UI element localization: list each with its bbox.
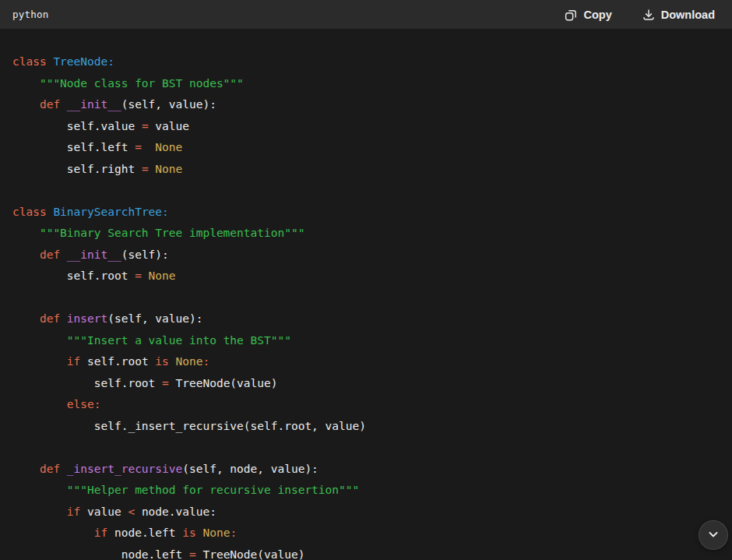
code-line: self.left = None <box>12 137 720 159</box>
code-line: """Binary Search Tree implementation""" <box>12 223 720 245</box>
code-line <box>12 180 720 202</box>
copy-icon <box>564 8 578 22</box>
code-content: class TreeNode: """Node class for BST no… <box>12 51 720 560</box>
code-line: self.value = value <box>12 116 720 138</box>
code-line: node.left = TreeNode(value) <box>12 544 720 560</box>
code-line: """Helper method for recursive insertion… <box>12 480 720 502</box>
code-line: class TreeNode: <box>12 51 720 73</box>
copy-button[interactable]: Copy <box>562 5 613 25</box>
language-label: python <box>12 9 48 20</box>
code-block: python Copy D <box>0 0 732 560</box>
code-line: if node.left is None: <box>12 523 720 544</box>
code-line: else: <box>12 394 720 416</box>
code-line: if self.root is None: <box>12 351 720 373</box>
download-icon <box>642 8 656 22</box>
code-line: if value < node.value: <box>12 502 720 523</box>
code-header: python Copy D <box>0 0 732 29</box>
code-line: def insert(self, value): <box>12 308 720 330</box>
header-actions: Copy Download <box>562 5 716 25</box>
code-line: self.root = TreeNode(value) <box>12 373 720 395</box>
code-line: def __init__(self, value): <box>12 94 720 116</box>
code-line <box>12 437 720 459</box>
code-line: def _insert_recursive(self, node, value)… <box>12 459 720 481</box>
code-line: def __init__(self): <box>12 245 720 266</box>
code-line: class BinarySearchTree: <box>12 202 720 224</box>
scroll-to-bottom-button[interactable] <box>699 520 728 550</box>
code-line: """Node class for BST nodes""" <box>12 73 720 95</box>
code-line: self._insert_recursive(self.root, value) <box>12 416 720 438</box>
code-line <box>12 287 720 309</box>
copy-button-label: Copy <box>583 9 611 21</box>
download-button[interactable]: Download <box>640 5 716 25</box>
code-line: self.right = None <box>12 159 720 181</box>
download-button-label: Download <box>661 9 715 21</box>
code-scroll-area[interactable]: class TreeNode: """Node class for BST no… <box>0 29 732 560</box>
code-line: self.root = None <box>12 266 720 287</box>
code-line: """Insert a value into the BST""" <box>12 330 720 352</box>
chevron-down-icon <box>706 527 721 544</box>
